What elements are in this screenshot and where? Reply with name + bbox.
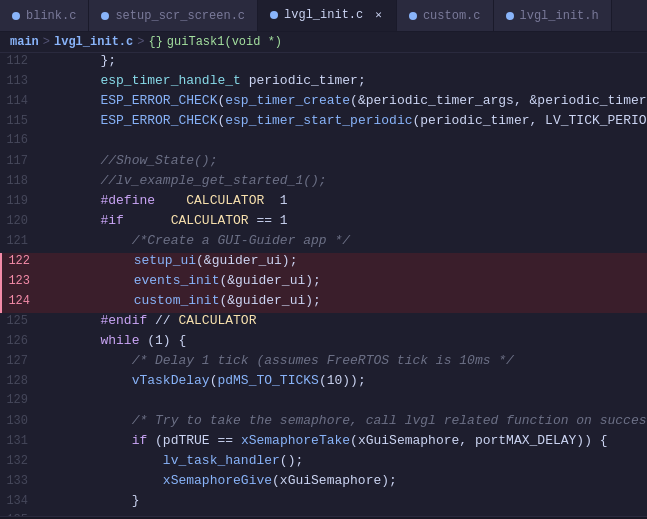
tab-icon-lvgl-h <box>506 12 514 20</box>
line-content: #define CALCULATOR 1 <box>38 193 647 208</box>
line-number: 125 <box>0 314 38 328</box>
line-number: 117 <box>0 154 38 168</box>
code-line: 133 xSemaphoreGive(xGuiSemaphore); <box>0 473 647 493</box>
line-number: 127 <box>0 354 38 368</box>
tab-bar: blink.c setup_scr_screen.c lvgl_init.c ✕… <box>0 0 647 32</box>
line-content: custom_init(&guider_ui); <box>40 293 647 308</box>
code-line: 124 custom_init(&guider_ui); <box>0 293 647 313</box>
tab-custom[interactable]: custom.c <box>397 0 494 31</box>
tab-lvgl-init-h[interactable]: lvgl_init.h <box>494 0 612 31</box>
line-content: setup_ui(&guider_ui); <box>40 253 647 268</box>
line-content: }; <box>38 53 647 68</box>
line-number: 114 <box>0 94 38 108</box>
code-lines: 112 };113 esp_timer_handle_t periodic_ti… <box>0 53 647 516</box>
line-content: //lv_example_get_started_1(); <box>38 173 647 188</box>
line-content: xSemaphoreGive(xGuiSemaphore); <box>38 473 647 488</box>
line-number: 112 <box>0 54 38 68</box>
line-content: esp_timer_handle_t periodic_timer; <box>38 73 647 88</box>
code-line: 126 while (1) { <box>0 333 647 353</box>
tab-label-lvgl-h: lvgl_init.h <box>520 9 599 23</box>
tab-label-lvgl: lvgl_init.c <box>284 8 363 22</box>
line-number: 128 <box>0 374 38 388</box>
line-content: //Show_State(); <box>38 153 647 168</box>
tab-blink[interactable]: blink.c <box>0 0 89 31</box>
code-line: 134 } <box>0 493 647 513</box>
code-line: 122 setup_ui(&guider_ui); <box>0 253 647 273</box>
code-line: 112 }; <box>0 53 647 73</box>
breadcrumb-main: main <box>10 35 39 49</box>
line-content: if (pdTRUE == xSemaphoreTake(xGuiSemapho… <box>38 433 647 448</box>
line-number: 123 <box>2 274 40 288</box>
line-number: 133 <box>0 474 38 488</box>
code-line: 116 <box>0 133 647 153</box>
line-number: 113 <box>0 74 38 88</box>
line-number: 118 <box>0 174 38 188</box>
line-number: 130 <box>0 414 38 428</box>
breadcrumb-fn-name: guiTask1(void *) <box>167 35 282 49</box>
code-line: 130 /* Try to take the semaphore, call l… <box>0 413 647 433</box>
line-number: 135 <box>0 513 38 516</box>
code-line: 113 esp_timer_handle_t periodic_timer; <box>0 73 647 93</box>
tab-setup-scr-screen[interactable]: setup_scr_screen.c <box>89 0 258 31</box>
line-content: /* Delay 1 tick (assumes FreeRTOS tick i… <box>38 353 647 368</box>
line-content: events_init(&guider_ui); <box>40 273 647 288</box>
line-number: 131 <box>0 434 38 448</box>
tab-icon-custom <box>409 12 417 20</box>
line-content: } <box>38 493 647 508</box>
code-line: 131 if (pdTRUE == xSemaphoreTake(xGuiSem… <box>0 433 647 453</box>
line-number: 124 <box>2 294 40 308</box>
breadcrumb-sep1: > <box>43 35 50 49</box>
line-content: ESP_ERROR_CHECK(esp_timer_create(&period… <box>38 93 647 108</box>
breadcrumb: main > lvgl_init.c > {} guiTask1(void *) <box>0 32 647 53</box>
line-number: 116 <box>0 133 38 147</box>
code-line: 121 /*Create a GUI-Guider app */ <box>0 233 647 253</box>
line-content: #if CALCULATOR == 1 <box>38 213 647 228</box>
line-number: 120 <box>0 214 38 228</box>
code-line: 119 #define CALCULATOR 1 <box>0 193 647 213</box>
code-line: 118 //lv_example_get_started_1(); <box>0 173 647 193</box>
code-line: 117 //Show_State(); <box>0 153 647 173</box>
line-content: while (1) { <box>38 333 647 348</box>
line-number: 134 <box>0 494 38 508</box>
line-content: /* Try to take the semaphore, call lvgl … <box>38 413 647 428</box>
tab-label-blink: blink.c <box>26 9 76 23</box>
code-line: 132 lv_task_handler(); <box>0 453 647 473</box>
tab-label-custom: custom.c <box>423 9 481 23</box>
tab-icon-setup <box>101 12 109 20</box>
line-number: 115 <box>0 114 38 128</box>
line-number: 122 <box>2 254 40 268</box>
line-number: 129 <box>0 393 38 407</box>
code-line: 135 <box>0 513 647 516</box>
line-content: lv_task_handler(); <box>38 453 647 468</box>
line-number: 119 <box>0 194 38 208</box>
code-line: 114 ESP_ERROR_CHECK(esp_timer_create(&pe… <box>0 93 647 113</box>
breadcrumb-fn-icon: {} <box>148 35 162 49</box>
line-number: 126 <box>0 334 38 348</box>
line-content: #endif // CALCULATOR <box>38 313 647 328</box>
tab-icon-blink <box>12 12 20 20</box>
code-line: 120 #if CALCULATOR == 1 <box>0 213 647 233</box>
line-number: 132 <box>0 454 38 468</box>
tab-icon-lvgl <box>270 11 278 19</box>
breadcrumb-sep2: > <box>137 35 144 49</box>
breadcrumb-file: lvgl_init.c <box>54 35 133 49</box>
code-line: 129 <box>0 393 647 413</box>
tab-lvgl-init[interactable]: lvgl_init.c ✕ <box>258 0 397 31</box>
code-line: 123 events_init(&guider_ui); <box>0 273 647 293</box>
line-content: ESP_ERROR_CHECK(esp_timer_start_periodic… <box>38 113 647 128</box>
code-container: 112 };113 esp_timer_handle_t periodic_ti… <box>0 53 647 516</box>
code-line: 128 vTaskDelay(pdMS_TO_TICKS(10)); <box>0 373 647 393</box>
tab-close-lvgl[interactable]: ✕ <box>373 7 384 22</box>
line-content: /*Create a GUI-Guider app */ <box>38 233 647 248</box>
line-content: vTaskDelay(pdMS_TO_TICKS(10)); <box>38 373 647 388</box>
tab-label-setup: setup_scr_screen.c <box>115 9 245 23</box>
code-line: 115 ESP_ERROR_CHECK(esp_timer_start_peri… <box>0 113 647 133</box>
code-line: 127 /* Delay 1 tick (assumes FreeRTOS ti… <box>0 353 647 373</box>
line-number: 121 <box>0 234 38 248</box>
code-line: 125 #endif // CALCULATOR <box>0 313 647 333</box>
